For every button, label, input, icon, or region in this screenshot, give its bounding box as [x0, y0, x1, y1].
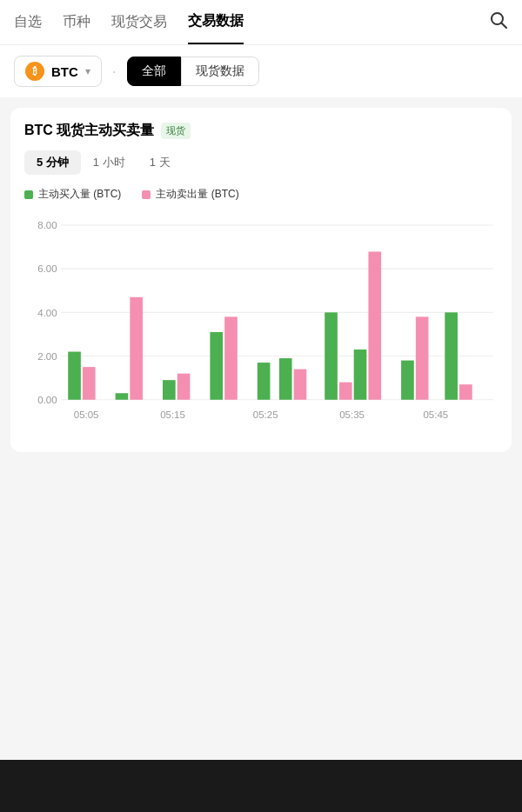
legend-buy-label: 主动买入量 (BTC)	[38, 187, 121, 202]
svg-text:05:45: 05:45	[423, 409, 448, 420]
filter-bar: ₿ BTC ▾ · 全部 现货数据	[0, 45, 522, 97]
coin-label: BTC	[51, 64, 78, 79]
svg-text:4.00: 4.00	[37, 308, 57, 318]
svg-rect-15	[130, 297, 143, 400]
chart-card: BTC 现货主动买卖量 现货 5 分钟 1 小时 1 天 主动买入量 (BTC)…	[10, 108, 512, 452]
buy-color-dot	[24, 190, 33, 199]
svg-text:2.00: 2.00	[37, 351, 57, 362]
svg-rect-14	[116, 393, 129, 400]
svg-text:05:35: 05:35	[339, 409, 365, 420]
time-tab-5min[interactable]: 5 分钟	[24, 150, 81, 175]
time-tab-1d[interactable]: 1 天	[137, 150, 183, 175]
filter-tab-group: 全部 现货数据	[127, 57, 259, 86]
svg-rect-17	[177, 374, 191, 400]
bottom-bar	[0, 760, 522, 812]
svg-rect-27	[401, 361, 414, 400]
svg-rect-30	[459, 384, 472, 400]
card-title-text: BTC 现货主动买卖量	[24, 122, 154, 140]
chart-legend: 主动买入量 (BTC) 主动卖出量 (BTC)	[24, 187, 498, 202]
svg-rect-28	[416, 316, 429, 399]
svg-rect-22	[294, 369, 307, 400]
svg-text:05:25: 05:25	[253, 409, 278, 420]
svg-rect-23	[325, 312, 338, 399]
svg-rect-25	[354, 349, 367, 400]
svg-rect-12	[68, 352, 81, 400]
svg-text:05:15: 05:15	[160, 409, 185, 420]
svg-rect-19	[224, 316, 238, 399]
svg-rect-18	[210, 332, 223, 400]
chevron-down-icon: ▾	[85, 65, 90, 77]
search-icon[interactable]	[489, 10, 508, 34]
svg-rect-13	[83, 367, 96, 400]
btc-icon: ₿	[25, 62, 44, 81]
dot-divider: ·	[112, 63, 117, 81]
svg-rect-21	[279, 358, 292, 400]
bar-chart: 8.00 6.00 4.00 2.00 0.00	[24, 212, 498, 438]
nav-item-watchlist[interactable]: 自选	[14, 1, 42, 43]
svg-text:8.00: 8.00	[37, 220, 57, 230]
time-tab-1h[interactable]: 1 小时	[81, 150, 137, 175]
svg-rect-26	[368, 251, 381, 399]
svg-line-1	[502, 23, 507, 29]
empty-area	[0, 463, 522, 636]
legend-sell: 主动卖出量 (BTC)	[142, 187, 238, 202]
svg-text:0.00: 0.00	[37, 395, 57, 405]
nav-item-coins[interactable]: 币种	[63, 1, 90, 43]
svg-text:05:05: 05:05	[74, 409, 99, 420]
svg-rect-20	[258, 363, 271, 400]
card-title-area: BTC 现货主动买卖量 现货	[24, 122, 498, 140]
chart-svg: 8.00 6.00 4.00 2.00 0.00	[24, 212, 498, 438]
svg-rect-24	[339, 383, 352, 400]
svg-text:6.00: 6.00	[37, 263, 57, 274]
coin-selector[interactable]: ₿ BTC ▾	[14, 56, 102, 87]
spot-badge: 现货	[161, 123, 191, 139]
legend-sell-label: 主动卖出量 (BTC)	[156, 187, 238, 202]
svg-rect-16	[163, 380, 176, 400]
tab-spot[interactable]: 现货数据	[181, 57, 259, 86]
nav-item-trade-data[interactable]: 交易数据	[188, 0, 244, 44]
legend-buy: 主动买入量 (BTC)	[24, 187, 121, 202]
time-tabs: 5 分钟 1 小时 1 天	[24, 150, 498, 175]
nav-item-spot-trade[interactable]: 现货交易	[111, 1, 167, 43]
tab-all[interactable]: 全部	[127, 57, 181, 86]
sell-color-dot	[142, 190, 151, 199]
svg-rect-29	[445, 312, 458, 399]
nav-bar: 自选 币种 现货交易 交易数据	[0, 0, 522, 45]
